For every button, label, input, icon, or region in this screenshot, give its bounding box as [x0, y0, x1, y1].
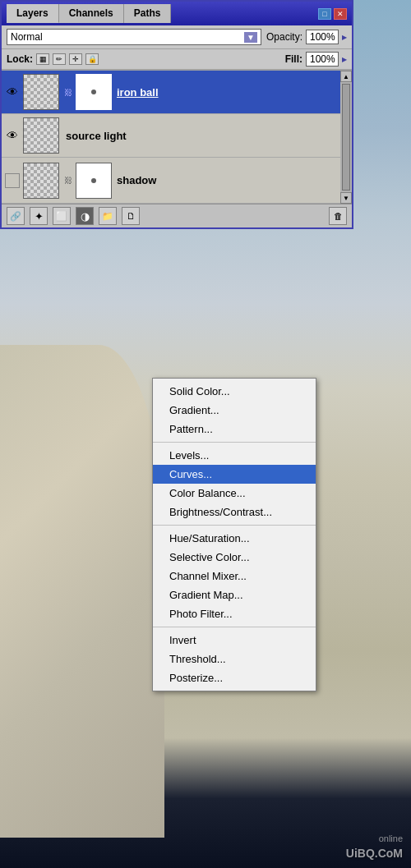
new-folder-button[interactable]: 📁	[99, 207, 117, 225]
link-layers-button[interactable]: 🔗	[7, 207, 25, 225]
title-bar: Layers Channels Paths □ ✕	[2, 2, 352, 25]
lock-paint-btn[interactable]: ✏	[53, 53, 66, 65]
menu-item-posterize[interactable]: Posterize...	[153, 668, 316, 687]
menu-item-levels[interactable]: Levels...	[153, 446, 316, 465]
fill-label: Fill:	[285, 53, 302, 65]
close-button[interactable]: ✕	[334, 8, 347, 20]
layer-thumbnail	[23, 74, 59, 110]
menu-item-channel-mixer[interactable]: Channel Mixer...	[153, 567, 316, 586]
menu-item-threshold[interactable]: Threshold...	[153, 650, 316, 668]
layers-toolbar: 🔗 ✦ ⬜ ◑ 📁 🗋 🗑	[2, 204, 352, 227]
lock-fill-row: Lock: ▦ ✏ ✛ 🔒 Fill: 100% ▶	[2, 49, 352, 70]
fill-arrow[interactable]: ▶	[342, 56, 347, 63]
scroll-down-arrow[interactable]: ▼	[340, 192, 352, 204]
blend-mode-select[interactable]: Normal ▼	[7, 29, 261, 45]
new-fill-layer-button[interactable]: ◑	[76, 207, 94, 225]
blend-mode-value: Normal	[11, 31, 43, 43]
tab-layers[interactable]: Layers	[7, 4, 59, 23]
layer-visibility-toggle[interactable]: 👁	[5, 128, 20, 143]
menu-item-color-balance[interactable]: Color Balance...	[153, 484, 316, 503]
opacity-label: Opacity:	[266, 31, 302, 43]
layer-style-button[interactable]: ✦	[30, 207, 48, 225]
tab-channels[interactable]: Channels	[59, 4, 124, 23]
opacity-row: Opacity: 100% ▶	[266, 30, 347, 44]
menu-item-photo-filter[interactable]: Photo Filter...	[153, 604, 316, 623]
layers-list: 👁 ⛓ iron ball 👁 source light ⛓ shadow	[2, 70, 352, 204]
menu-item-hue-saturation[interactable]: Hue/Saturation...	[153, 529, 316, 548]
menu-separator-3	[153, 627, 316, 627]
opacity-arrow[interactable]: ▶	[342, 34, 347, 41]
mask-dot	[91, 90, 96, 94]
layer-name: iron ball	[113, 86, 349, 99]
menu-item-curves[interactable]: Curves...	[153, 465, 316, 484]
delete-layer-button[interactable]: 🗑	[329, 207, 347, 225]
scroll-thumb[interactable]	[342, 84, 350, 191]
layer-visibility-toggle[interactable]	[5, 173, 20, 188]
lock-position-btn[interactable]: ✛	[69, 53, 82, 65]
layers-panel: Layers Channels Paths □ ✕ Normal ▼ Opaci…	[0, 0, 353, 229]
blend-opacity-row: Normal ▼ Opacity: 100% ▶	[2, 25, 352, 49]
layer-row[interactable]: ⛓ shadow	[2, 158, 352, 204]
layer-link-icon[interactable]: ⛓	[62, 175, 74, 186]
scroll-up-arrow[interactable]: ▲	[340, 71, 352, 82]
lock-label: Lock:	[7, 53, 33, 65]
layer-thumbnail	[23, 117, 59, 154]
layer-row[interactable]: 👁 ⛓ iron ball	[2, 71, 352, 114]
new-layer-button[interactable]: 🗋	[122, 207, 140, 225]
menu-item-invert[interactable]: Invert	[153, 631, 316, 650]
window-controls: □ ✕	[318, 8, 347, 20]
layer-mask-thumbnail	[76, 163, 112, 199]
watermark: UiBQ.CoM	[346, 847, 403, 860]
layers-scrollbar[interactable]: ▲ ▼	[340, 71, 352, 204]
layer-visibility-toggle[interactable]: 👁	[5, 85, 20, 99]
context-menu: Solid Color... Gradient... Pattern... Le…	[152, 378, 316, 691]
fill-section: Fill: 100% ▶	[285, 52, 347, 67]
menu-separator-2	[153, 525, 316, 526]
maximize-button[interactable]: □	[318, 8, 331, 20]
menu-item-gradient-map[interactable]: Gradient Map...	[153, 586, 316, 604]
menu-item-gradient[interactable]: Gradient...	[153, 401, 316, 420]
site-online-label: online	[379, 834, 403, 843]
layer-row[interactable]: 👁 source light	[2, 114, 352, 158]
menu-item-brightness-contrast[interactable]: Brightness/Contrast...	[153, 503, 316, 521]
mask-dot	[91, 178, 96, 183]
layer-thumbnail	[23, 163, 59, 199]
lock-all-btn[interactable]: 🔒	[85, 53, 99, 65]
watermark-site: UiBQ.CoM	[346, 847, 403, 860]
layer-link-icon[interactable]: ⛓	[62, 86, 74, 98]
menu-separator-1	[153, 442, 316, 443]
fill-input[interactable]: 100%	[306, 52, 339, 67]
sand-dune	[0, 345, 164, 838]
layer-mask-thumbnail	[76, 74, 112, 110]
add-mask-button[interactable]: ⬜	[53, 207, 71, 225]
layer-name: shadow	[113, 174, 349, 186]
lock-transparency-btn[interactable]: ▦	[36, 53, 49, 65]
menu-item-selective-color[interactable]: Selective Color...	[153, 548, 316, 567]
site-label: online	[379, 834, 403, 843]
blend-mode-arrow[interactable]: ▼	[244, 32, 257, 43]
tab-paths[interactable]: Paths	[124, 4, 172, 23]
opacity-input[interactable]: 100%	[306, 30, 339, 44]
menu-item-solid-color[interactable]: Solid Color...	[153, 382, 316, 401]
menu-item-pattern[interactable]: Pattern...	[153, 420, 316, 439]
layer-name: source light	[62, 130, 349, 142]
